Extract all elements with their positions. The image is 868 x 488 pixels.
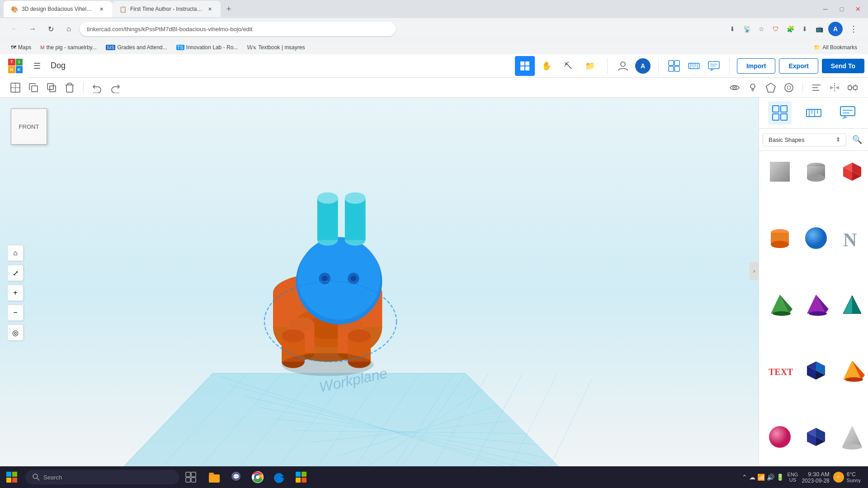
wifi-icon[interactable]: 📶 [757,474,765,481]
zoom-out-button[interactable]: − [7,305,24,321]
panel-grid-button[interactable] [768,101,792,125]
cloud-icon[interactable]: ☁ [749,474,755,481]
forward-button[interactable]: → [25,22,40,36]
view-home-button[interactable] [726,80,743,96]
chat-button[interactable]: 💬 [226,467,246,487]
perspective-button[interactable]: ◎ [7,324,24,341]
user-icon-button[interactable] [615,58,631,74]
duplicate-button[interactable] [43,80,60,96]
close-button[interactable]: ✕ [852,3,864,15]
chevron-up-icon[interactable]: ⌃ [742,474,747,481]
shape-prism-teal[interactable] [835,287,868,322]
bookmark-gmail[interactable]: M the pig - samuelrby... [37,43,100,52]
chrome-cast-icon[interactable]: 📡 [741,23,752,34]
panel-ruler-button[interactable] [802,101,826,125]
panel-comment-button[interactable] [836,101,859,125]
profile-circle-button[interactable]: A [635,58,651,74]
shape-pyramid-green[interactable] [763,287,797,322]
extensions-icon[interactable]: 🧩 [785,23,796,34]
grid-view-button[interactable] [515,56,535,76]
shape-button[interactable] [763,80,779,96]
edge-button[interactable] [269,467,289,487]
view-cube[interactable]: FRONT [11,108,47,145]
bookmark-innovation[interactable]: TS Innovation Lab - Ro... [173,43,242,52]
shape-cone-gray[interactable] [835,420,868,454]
new-tab-button[interactable]: + [222,3,235,15]
group-button[interactable] [844,80,861,96]
circle-button[interactable] [781,80,797,96]
send-to-button[interactable]: Send To [822,59,864,73]
file-explorer-button[interactable] [204,467,224,487]
shape-box-hole[interactable] [763,155,797,189]
light-bulb-button[interactable] [745,80,761,96]
bookmark-grades[interactable]: SIS Grades and Attend... [102,43,171,52]
language-indicator[interactable]: ENG US [788,472,798,483]
hamburger-menu[interactable]: ☰ [29,58,45,74]
delete-button[interactable] [61,80,78,96]
tab-close-2[interactable]: ✕ [206,5,213,13]
redo-button[interactable] [107,80,123,96]
new-workplane-button[interactable] [7,80,24,96]
volume-icon[interactable]: 🔊 [767,474,774,481]
shape-sphere-pink[interactable] [763,420,797,454]
ruler-icon-button[interactable] [686,58,702,74]
start-button[interactable] [0,466,24,488]
shape-sphere-blue[interactable] [799,221,833,255]
home-view-button[interactable]: ⌂ [7,245,24,261]
pick-view-button[interactable]: ⛏ [558,56,578,76]
hand-view-button[interactable]: ✋ [537,56,557,76]
task-view-button[interactable] [181,467,201,487]
extension-shield[interactable]: 🛡 [770,23,781,34]
shape-n[interactable]: N [835,221,868,255]
shape-box-navy[interactable] [799,353,833,388]
shape-box-red[interactable] [835,155,868,189]
search-shapes-button[interactable]: 🔍 [850,132,864,147]
taskbar-search-box[interactable]: Search [25,470,179,484]
maximize-button[interactable]: □ [835,3,848,15]
screen-icon[interactable]: 📺 [814,23,825,34]
viewport[interactable]: FRONT ⌂ ⤢ + − ◎ Workplane Settings Snap … [0,98,759,488]
download-icon[interactable]: ⬇ [799,23,810,34]
battery-icon[interactable]: 🔋 [776,474,784,481]
mirror-button[interactable] [826,80,843,96]
shape-pyramid-yellow[interactable] [835,353,868,388]
shape-cylinder-hole[interactable] [799,155,833,189]
tab-tinkercad[interactable]: 🎨 3D design Bodacious Vihelmo-B... ✕ [4,1,112,17]
zoom-in-button[interactable]: + [7,285,24,301]
shape-pyramid-purple[interactable] [799,287,833,322]
system-clock[interactable]: 9:30 AM 2023-09-28 [802,471,829,484]
star-icon[interactable]: ☆ [756,23,767,34]
menu-button[interactable]: ⋮ [846,22,861,36]
shape-cylinder-orange[interactable] [763,221,797,255]
minimize-button[interactable]: ─ [819,3,832,15]
home-button[interactable]: ⌂ [61,22,76,36]
copy-button[interactable] [25,80,42,96]
tab-instructables[interactable]: 📋 First Time Author - Instructables ✕ [112,1,221,17]
export-button[interactable]: Export [779,58,818,74]
weather-widget[interactable]: ☀ 6°C Sunny [833,471,861,483]
reload-button[interactable]: ↻ [43,22,58,36]
folder-view-button[interactable]: 📁 [580,56,600,76]
back-button[interactable]: ← [7,22,22,36]
import-button[interactable]: Import [737,58,776,74]
downloads-icon[interactable]: ⬇ [727,23,738,34]
all-bookmarks-folder[interactable]: 📁 All Bookmarks [810,43,861,52]
shape-box-darkblue[interactable] [799,420,833,454]
bookmark-textbook[interactable]: 𝕎𝕩 Textbook | msayres [243,43,308,52]
tinkercad-logo[interactable]: T I N K [4,54,27,78]
chrome-button[interactable] [248,467,268,487]
store-button[interactable] [291,467,311,487]
svg-text:✋: ✋ [542,61,552,71]
grid-icon-button[interactable] [666,58,682,74]
panel-collapse-button[interactable]: › [750,262,759,280]
fit-view-button[interactable]: ⤢ [7,265,24,281]
align-button[interactable] [808,80,825,96]
profile-button[interactable]: A [828,22,843,36]
shape-text-red[interactable]: TEXT [763,353,797,388]
undo-button[interactable] [89,80,105,96]
category-dropdown[interactable]: Basic Shapes ⇕ [763,133,846,146]
address-input[interactable]: tinkercad.com/things/kPssPtM7dBl-bodacio… [80,22,396,36]
bookmark-maps[interactable]: 🗺 Maps [7,43,35,52]
comment-icon-button[interactable] [706,58,722,74]
tab-close-1[interactable]: ✕ [98,5,105,13]
